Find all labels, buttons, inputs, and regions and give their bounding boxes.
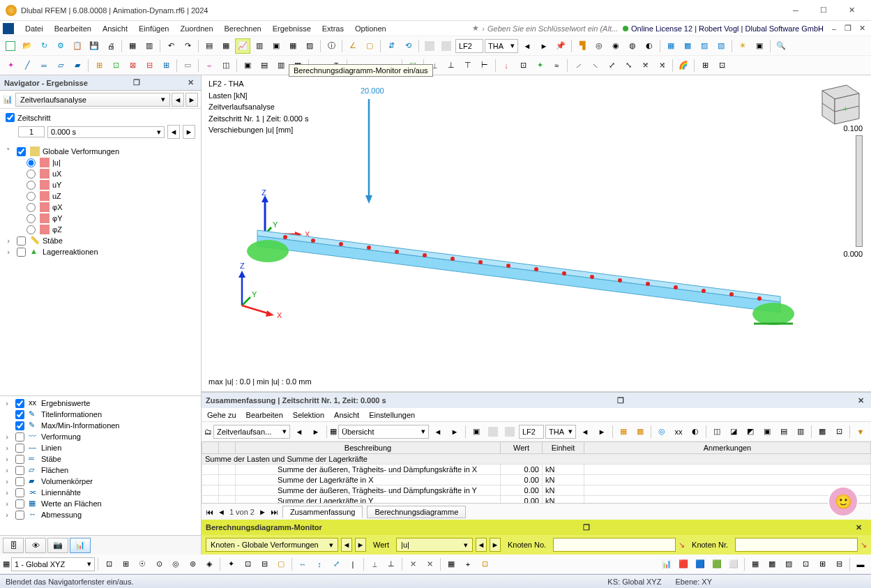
r2-icon[interactable]: ⊡ <box>515 58 531 73</box>
surface-icon[interactable]: ▱ <box>53 58 68 73</box>
timestep-number[interactable] <box>18 126 45 137</box>
next-lc-icon[interactable]: ► <box>536 38 552 54</box>
sp-prev3-icon[interactable]: ◄ <box>577 424 593 439</box>
mon-combo2[interactable]: |u|▾ <box>396 538 473 552</box>
sb-g6-icon[interactable]: ⊟ <box>831 557 847 572</box>
sp-e2-icon[interactable]: ⊡ <box>831 424 847 439</box>
down-icon[interactable]: ⟲ <box>400 38 416 54</box>
opt-werte-check[interactable] <box>15 499 24 508</box>
a2-icon[interactable]: ▤ <box>257 58 272 73</box>
redo-icon[interactable]: ↷ <box>180 38 195 54</box>
up-icon[interactable]: ⇵ <box>384 38 399 54</box>
layout-icon[interactable]: ▦ <box>125 38 140 54</box>
opt-abmess-check[interactable] <box>15 511 24 520</box>
mon-pin-icon[interactable]: ❐ <box>583 523 594 532</box>
sp-menu-gehe[interactable]: Gehe zu <box>207 411 236 419</box>
sb12-icon[interactable]: ↔ <box>295 557 310 572</box>
sp-prev1-icon[interactable]: ◄ <box>291 424 307 439</box>
page-icon[interactable]: ▥ <box>142 38 157 54</box>
grid1-icon[interactable]: ▦ <box>663 38 679 54</box>
sb-g1-icon[interactable]: ▦ <box>748 557 763 572</box>
sp-view-combo[interactable]: Übersicht▾ <box>338 425 429 439</box>
3d-viewport[interactable]: LF2 - THA Lasten [kN] Zeitverlaufsanalys… <box>202 75 871 391</box>
open-icon[interactable]: 📂 <box>20 38 35 54</box>
sb4-icon[interactable]: ⊙ <box>151 557 167 572</box>
cs-combo[interactable]: 1 - Global XYZ▾ <box>11 557 95 571</box>
tab-data[interactable]: 🗄 <box>3 538 24 553</box>
tree-lager-check[interactable] <box>17 248 26 257</box>
print-icon[interactable]: 🖨 <box>103 38 119 54</box>
sb1-icon[interactable]: ⊡ <box>101 557 116 572</box>
t1-icon[interactable]: ⊞ <box>91 58 107 73</box>
tab-zusammenfassung[interactable]: Zusammenfassung <box>282 506 363 518</box>
sb19-icon[interactable]: ⤬ <box>422 557 437 572</box>
summary-pin-icon[interactable]: ❐ <box>615 396 626 405</box>
grid2-icon[interactable]: ▩ <box>680 38 695 54</box>
prev-lc-icon[interactable]: ◄ <box>520 38 535 54</box>
member-icon[interactable]: ═ <box>36 58 52 73</box>
sb20-icon[interactable]: ▦ <box>444 557 459 572</box>
close-button[interactable]: ✕ <box>838 0 865 21</box>
sp-b1-icon[interactable]: ▦ <box>616 424 631 439</box>
t2-icon[interactable]: ⊡ <box>108 58 123 73</box>
undo-icon[interactable]: ↶ <box>163 38 179 54</box>
tab-display[interactable]: 👁 <box>25 538 46 553</box>
tree-u-radio[interactable] <box>26 158 36 167</box>
find-icon[interactable]: 🔍 <box>773 38 789 54</box>
line-tool-icon[interactable]: ∠ <box>345 38 361 54</box>
sb17-icon[interactable]: ⊥ <box>384 557 399 572</box>
terminal-icon[interactable]: ▣ <box>268 38 284 54</box>
nav-pin-icon[interactable]: ❐ <box>131 78 142 87</box>
r3-icon[interactable]: ✦ <box>532 58 547 73</box>
sp-menu-sel[interactable]: Selektion <box>293 411 324 419</box>
table1-icon[interactable]: ▤ <box>202 38 217 54</box>
t4-icon[interactable]: ⊟ <box>142 58 157 73</box>
sp-d6-icon[interactable]: ▥ <box>793 424 808 439</box>
sel-icon[interactable]: ◫ <box>218 58 234 73</box>
tab-results[interactable]: 📊 <box>70 538 91 553</box>
view2-icon[interactable]: ◎ <box>591 38 607 54</box>
sb7-icon[interactable]: ◈ <box>202 557 217 572</box>
menu-ansicht[interactable]: Ansicht <box>97 23 133 34</box>
doc-close-icon[interactable]: ✕ <box>856 22 868 35</box>
time-next-icon[interactable]: ► <box>183 125 195 139</box>
pg-last-icon[interactable]: ⏭ <box>271 508 278 516</box>
mon-c2-prev-icon[interactable]: ◄ <box>476 538 487 552</box>
sp-d4-icon[interactable]: ▣ <box>759 424 775 439</box>
tree-uy-radio[interactable] <box>26 181 36 190</box>
r4-icon[interactable]: ≈ <box>549 58 564 73</box>
sb15-icon[interactable]: | <box>345 557 361 572</box>
play-icon[interactable]: ▣ <box>752 38 767 54</box>
pad2-icon[interactable] <box>439 38 454 54</box>
doc-minimize-icon[interactable]: – <box>828 22 840 35</box>
sb6-icon[interactable]: ⊚ <box>185 557 200 572</box>
sb-g5-icon[interactable]: ⊞ <box>815 557 830 572</box>
timestep-value[interactable]: 0.000 s▾ <box>47 126 165 138</box>
light-icon[interactable]: ☀ <box>735 38 750 54</box>
menu-zuordnen[interactable]: Zuordnen <box>174 23 218 34</box>
sp-pad1-icon[interactable] <box>485 424 501 439</box>
sp-d3-icon[interactable]: ◩ <box>743 424 758 439</box>
copy-icon[interactable]: 📋 <box>70 38 85 54</box>
loadtype-combo[interactable]: THA▾ <box>485 39 518 53</box>
opt-minmax-check[interactable] <box>15 421 24 430</box>
sp-next3-icon[interactable]: ► <box>594 424 609 439</box>
tree-uz-radio[interactable] <box>26 192 36 201</box>
sb-r3-icon[interactable]: 🟩 <box>709 557 725 572</box>
opt-linienn-check[interactable] <box>15 488 24 497</box>
sp-c3-icon[interactable]: ◐ <box>688 424 703 439</box>
sp-b2-icon[interactable]: ▩ <box>633 424 648 439</box>
grid3-icon[interactable]: ▨ <box>697 38 712 54</box>
opt-titel-check[interactable] <box>15 410 24 419</box>
sect-icon[interactable]: ▭ <box>180 58 195 73</box>
i2-icon[interactable]: ⟍ <box>587 58 603 73</box>
node-icon[interactable]: ✦ <box>3 58 18 73</box>
sb-chart-icon[interactable]: 📊 <box>659 557 674 572</box>
sb-g4-icon[interactable]: ⊡ <box>798 557 813 572</box>
opt-volumen-check[interactable] <box>15 477 24 486</box>
mon-combo1[interactable]: Knoten - Globale Verformungen▾ <box>206 538 338 552</box>
sb-r1-icon[interactable]: 🟥 <box>676 557 691 572</box>
pg-prev-icon[interactable]: ◄ <box>218 508 225 516</box>
sp-menu-bearb[interactable]: Bearbeiten <box>246 411 283 419</box>
sb3-icon[interactable]: ☉ <box>135 557 150 572</box>
